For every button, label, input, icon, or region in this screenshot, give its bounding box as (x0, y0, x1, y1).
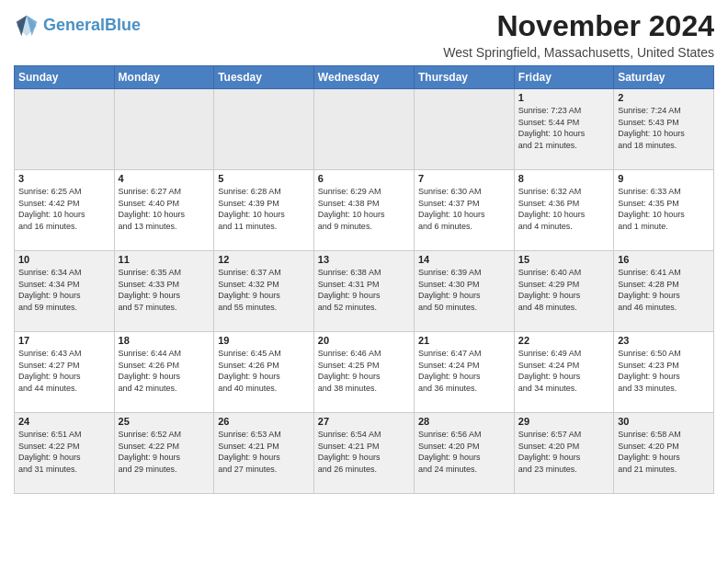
day-number: 5 (218, 173, 310, 184)
calendar-cell: 11Sunrise: 6:35 AM Sunset: 4:33 PM Dayli… (114, 251, 214, 332)
day-number: 13 (318, 254, 410, 265)
day-number: 15 (518, 254, 609, 265)
day-number: 1 (518, 92, 609, 103)
calendar-cell: 14Sunrise: 6:39 AM Sunset: 4:30 PM Dayli… (414, 251, 514, 332)
day-info: Sunrise: 6:49 AM Sunset: 4:24 PM Dayligh… (518, 348, 609, 394)
day-info: Sunrise: 6:50 AM Sunset: 4:23 PM Dayligh… (618, 348, 710, 394)
calendar-cell: 26Sunrise: 6:53 AM Sunset: 4:21 PM Dayli… (214, 413, 314, 494)
calendar-cell: 18Sunrise: 6:44 AM Sunset: 4:26 PM Dayli… (114, 332, 214, 413)
location-text: West Springfield, Massachusetts, United … (443, 45, 714, 60)
day-number: 20 (318, 335, 410, 346)
day-info: Sunrise: 6:33 AM Sunset: 4:35 PM Dayligh… (618, 186, 710, 232)
day-info: Sunrise: 6:45 AM Sunset: 4:26 PM Dayligh… (218, 348, 310, 394)
day-info: Sunrise: 6:47 AM Sunset: 4:24 PM Dayligh… (418, 348, 510, 394)
day-info: Sunrise: 6:38 AM Sunset: 4:31 PM Dayligh… (318, 267, 410, 313)
logo-text: GeneralBlue (43, 17, 141, 35)
day-number: 19 (218, 335, 310, 346)
day-number: 16 (618, 254, 710, 265)
day-number: 12 (218, 254, 310, 265)
calendar-cell: 9Sunrise: 6:33 AM Sunset: 4:35 PM Daylig… (614, 170, 714, 251)
day-number: 7 (418, 173, 510, 184)
calendar-cell: 1Sunrise: 7:23 AM Sunset: 5:44 PM Daylig… (514, 89, 613, 170)
calendar-cell: 15Sunrise: 6:40 AM Sunset: 4:29 PM Dayli… (514, 251, 613, 332)
calendar-cell: 20Sunrise: 6:46 AM Sunset: 4:25 PM Dayli… (313, 332, 414, 413)
day-info: Sunrise: 6:39 AM Sunset: 4:30 PM Dayligh… (418, 267, 510, 313)
calendar-cell (114, 89, 214, 170)
calendar-cell: 19Sunrise: 6:45 AM Sunset: 4:26 PM Dayli… (214, 332, 314, 413)
calendar-cell: 27Sunrise: 6:54 AM Sunset: 4:21 PM Dayli… (313, 413, 414, 494)
day-number: 25 (119, 416, 210, 427)
day-info: Sunrise: 6:46 AM Sunset: 4:25 PM Dayligh… (318, 348, 410, 394)
day-info: Sunrise: 6:58 AM Sunset: 4:20 PM Dayligh… (618, 429, 710, 475)
day-number: 11 (119, 254, 210, 265)
day-info: Sunrise: 6:53 AM Sunset: 4:21 PM Dayligh… (218, 429, 310, 475)
calendar-cell: 8Sunrise: 6:32 AM Sunset: 4:36 PM Daylig… (514, 170, 613, 251)
calendar-cell: 24Sunrise: 6:51 AM Sunset: 4:22 PM Dayli… (15, 413, 115, 494)
calendar-table: SundayMondayTuesdayWednesdayThursdayFrid… (14, 65, 714, 494)
calendar-cell (414, 89, 514, 170)
calendar-cell: 10Sunrise: 6:34 AM Sunset: 4:34 PM Dayli… (15, 251, 115, 332)
calendar-cell: 6Sunrise: 6:29 AM Sunset: 4:38 PM Daylig… (313, 170, 414, 251)
day-number: 23 (618, 335, 710, 346)
calendar-cell: 3Sunrise: 6:25 AM Sunset: 4:42 PM Daylig… (15, 170, 115, 251)
day-number: 24 (18, 416, 110, 427)
calendar-week-row: 17Sunrise: 6:43 AM Sunset: 4:27 PM Dayli… (15, 332, 714, 413)
calendar-cell: 23Sunrise: 6:50 AM Sunset: 4:23 PM Dayli… (614, 332, 714, 413)
day-number: 9 (618, 173, 710, 184)
calendar-cell: 25Sunrise: 6:52 AM Sunset: 4:22 PM Dayli… (114, 413, 214, 494)
day-info: Sunrise: 6:44 AM Sunset: 4:26 PM Dayligh… (119, 348, 210, 394)
day-info: Sunrise: 6:34 AM Sunset: 4:34 PM Dayligh… (18, 267, 110, 313)
day-info: Sunrise: 6:30 AM Sunset: 4:37 PM Dayligh… (418, 186, 510, 232)
calendar-week-row: 1Sunrise: 7:23 AM Sunset: 5:44 PM Daylig… (15, 89, 714, 170)
day-number: 26 (218, 416, 310, 427)
day-info: Sunrise: 6:56 AM Sunset: 4:20 PM Dayligh… (418, 429, 510, 475)
col-header-sunday: Sunday (15, 66, 115, 89)
calendar-cell: 22Sunrise: 6:49 AM Sunset: 4:24 PM Dayli… (514, 332, 613, 413)
calendar-cell: 2Sunrise: 7:24 AM Sunset: 5:43 PM Daylig… (614, 89, 714, 170)
calendar-cell: 4Sunrise: 6:27 AM Sunset: 4:40 PM Daylig… (114, 170, 214, 251)
day-info: Sunrise: 6:28 AM Sunset: 4:39 PM Dayligh… (218, 186, 310, 232)
day-number: 27 (318, 416, 410, 427)
day-info: Sunrise: 7:24 AM Sunset: 5:43 PM Dayligh… (618, 105, 710, 151)
calendar-cell: 7Sunrise: 6:30 AM Sunset: 4:37 PM Daylig… (414, 170, 514, 251)
calendar-cell: 17Sunrise: 6:43 AM Sunset: 4:27 PM Dayli… (15, 332, 115, 413)
logo: GeneralBlue (14, 13, 141, 39)
calendar-cell: 13Sunrise: 6:38 AM Sunset: 4:31 PM Dayli… (313, 251, 414, 332)
title-block: November 2024 West Springfield, Massachu… (443, 9, 714, 60)
day-number: 2 (618, 92, 710, 103)
day-info: Sunrise: 6:43 AM Sunset: 4:27 PM Dayligh… (18, 348, 110, 394)
month-title: November 2024 (443, 9, 714, 43)
day-number: 17 (18, 335, 110, 346)
day-number: 14 (418, 254, 510, 265)
day-number: 30 (618, 416, 710, 427)
calendar-cell (313, 89, 414, 170)
page-header: GeneralBlue November 2024 West Springfie… (14, 9, 714, 60)
day-number: 8 (518, 173, 609, 184)
day-number: 28 (418, 416, 510, 427)
col-header-saturday: Saturday (614, 66, 714, 89)
day-number: 18 (119, 335, 210, 346)
calendar-week-row: 3Sunrise: 6:25 AM Sunset: 4:42 PM Daylig… (15, 170, 714, 251)
col-header-monday: Monday (114, 66, 214, 89)
day-info: Sunrise: 6:25 AM Sunset: 4:42 PM Dayligh… (18, 186, 110, 232)
calendar-week-row: 24Sunrise: 6:51 AM Sunset: 4:22 PM Dayli… (15, 413, 714, 494)
day-info: Sunrise: 6:51 AM Sunset: 4:22 PM Dayligh… (18, 429, 110, 475)
day-number: 29 (518, 416, 609, 427)
calendar-week-row: 10Sunrise: 6:34 AM Sunset: 4:34 PM Dayli… (15, 251, 714, 332)
logo-icon (14, 13, 40, 39)
col-header-wednesday: Wednesday (313, 66, 414, 89)
calendar-cell: 29Sunrise: 6:57 AM Sunset: 4:20 PM Dayli… (514, 413, 613, 494)
day-number: 3 (18, 173, 110, 184)
calendar-cell: 21Sunrise: 6:47 AM Sunset: 4:24 PM Dayli… (414, 332, 514, 413)
col-header-thursday: Thursday (414, 66, 514, 89)
day-number: 22 (518, 335, 609, 346)
calendar-cell: 16Sunrise: 6:41 AM Sunset: 4:28 PM Dayli… (614, 251, 714, 332)
calendar-cell (15, 89, 115, 170)
col-header-tuesday: Tuesday (214, 66, 314, 89)
day-info: Sunrise: 6:52 AM Sunset: 4:22 PM Dayligh… (119, 429, 210, 475)
day-info: Sunrise: 6:27 AM Sunset: 4:40 PM Dayligh… (119, 186, 210, 232)
calendar-cell: 30Sunrise: 6:58 AM Sunset: 4:20 PM Dayli… (614, 413, 714, 494)
day-info: Sunrise: 6:57 AM Sunset: 4:20 PM Dayligh… (518, 429, 609, 475)
day-number: 4 (119, 173, 210, 184)
day-info: Sunrise: 6:41 AM Sunset: 4:28 PM Dayligh… (618, 267, 710, 313)
